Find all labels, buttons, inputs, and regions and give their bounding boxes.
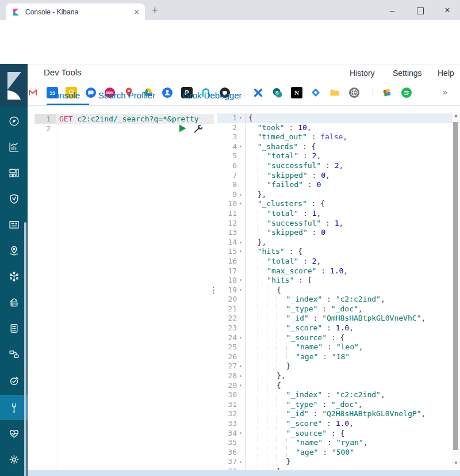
bookmark-x-app-icon[interactable] (252, 87, 264, 98)
menu-history[interactable]: History (350, 68, 375, 78)
response-line: 8"failed" : 0 (217, 180, 452, 190)
fold-toggle-icon[interactable]: ▾ (237, 333, 244, 343)
response-line: 25"name" : "leo", (217, 342, 452, 352)
response-line: 30"_index" : "c2:c2ind", (217, 390, 452, 400)
bookmarks-overflow-icon[interactable]: » (443, 87, 447, 97)
bookmark-spotify-icon[interactable] (401, 87, 412, 98)
fold-toggle-icon[interactable]: ▾ (237, 285, 244, 295)
svg-text:N: N (294, 89, 299, 96)
bookmark-notion-icon[interactable]: N (291, 87, 302, 98)
response-line-code: "skipped" : 0, (246, 171, 452, 181)
sidebar-item-uptime[interactable] (0, 368, 28, 393)
siem-icon (8, 193, 20, 205)
window-maximize-icon[interactable] (417, 7, 424, 14)
response-line-code: "_score" : 1.0, (246, 419, 452, 429)
fold-spacer (237, 161, 244, 171)
sidebar-item-visualize[interactable] (0, 134, 28, 159)
new-tab-icon[interactable]: + (152, 5, 158, 17)
bookmark-photos-icon[interactable] (381, 87, 393, 98)
fold-toggle-icon[interactable]: ▾ (237, 142, 244, 152)
fold-toggle-icon[interactable]: ▾ (237, 113, 244, 123)
fold-toggle-icon[interactable]: ▴ (237, 190, 244, 200)
kibana-favicon-icon (12, 7, 21, 17)
fold-toggle-icon[interactable]: ▾ (237, 429, 244, 439)
response-line-number: 36 (217, 448, 237, 458)
browser-tab[interactable]: Console - Kibana × (6, 3, 145, 20)
response-line: 11"total" : 1, (217, 209, 452, 219)
fold-toggle-icon[interactable]: ▾ (237, 247, 244, 257)
kibana-logo[interactable] (0, 64, 28, 107)
fold-spacer (237, 171, 244, 181)
bookmark-sharepoint-icon[interactable]: S (271, 87, 283, 98)
sidebar-item-siem[interactable] (0, 186, 28, 211)
fold-toggle-icon[interactable]: ▴ (237, 457, 244, 467)
response-line: 2"took" : 10, (217, 123, 452, 133)
response-line-code: "_type" : "_doc", (246, 304, 452, 314)
sidebar-item-management[interactable] (0, 447, 28, 472)
maps-icon (8, 245, 20, 257)
sidebar-item-discover[interactable] (0, 108, 28, 134)
response-line: 1▾{ (217, 113, 452, 123)
response-line-number: 4 (217, 142, 237, 152)
fold-toggle-icon[interactable]: ▾ (237, 199, 244, 209)
fold-toggle-icon[interactable]: ▴ (237, 371, 244, 381)
fold-spacer (237, 180, 244, 190)
response-line-code: "failed" : 0 (246, 180, 452, 190)
response-line-code: "age" : "18" (246, 352, 452, 362)
response-line-number: 31 (217, 400, 237, 410)
response-line-code: "_score" : 1.0, (246, 323, 452, 333)
wrench-icon[interactable] (193, 124, 202, 136)
fold-toggle-icon[interactable]: ▴ (237, 238, 244, 247)
fold-toggle-icon[interactable]: ▾ (237, 381, 244, 391)
response-line-number: 18 (217, 276, 237, 285)
tabs-divider (28, 105, 460, 106)
bookmark-folder-icon[interactable] (329, 87, 340, 98)
console-editor[interactable]: 1GET c2:c2ind/_search?q=*&pretty2 (34, 112, 214, 470)
tab-console[interactable]: Console (48, 90, 80, 100)
scroll-down-icon[interactable]: ▼ (452, 460, 460, 466)
response-line-number: 38 (217, 467, 237, 470)
sidebar-item-monitoring[interactable] (0, 421, 28, 446)
fold-toggle-icon[interactable]: ▾ (237, 276, 244, 285)
fold-toggle-icon[interactable]: ▴ (237, 361, 244, 371)
tab-grok-debugger[interactable]: Grok Debugger (183, 90, 242, 100)
bookmark-globe-icon[interactable] (348, 87, 360, 98)
window-close-icon[interactable]: × (442, 5, 453, 16)
editor-line-code[interactable]: GET c2:c2ind/_search?q=*&pretty (56, 114, 214, 124)
menu-settings[interactable]: Settings (393, 68, 422, 78)
sidebar-item-logs[interactable] (0, 315, 28, 341)
scrollbar-thumb[interactable] (453, 122, 458, 450)
response-line: 23"_score" : 1.0, (217, 323, 452, 333)
scroll-up-icon[interactable]: ▲ (452, 113, 460, 118)
menu-help[interactable]: Help (438, 68, 454, 78)
response-scrollbar[interactable]: ▲ ▼ (452, 112, 460, 470)
sidebar-item-dev-tools[interactable] (0, 395, 28, 420)
sidebar-item-dashboard[interactable] (0, 160, 28, 185)
sidebar-item-maps[interactable] (0, 238, 28, 263)
response-line: 36"age" : "500" (217, 448, 452, 458)
bookmark-gmail-icon[interactable] (27, 87, 39, 98)
fold-spacer (237, 132, 244, 142)
response-line-code: "_id" : "Q2H8sHABtpkGL0VnelgP", (246, 409, 452, 419)
response-line-number: 22 (217, 314, 237, 323)
response-line-number: 5 (217, 151, 237, 161)
tab-search-profiler[interactable]: Search Profiler (98, 90, 155, 100)
sidebar-scrollbar[interactable] (24, 222, 26, 476)
sidebar-item-infrastructure[interactable] (0, 290, 28, 315)
sidebar-item-apm[interactable] (0, 341, 28, 367)
bookmark-jira-icon[interactable] (310, 87, 321, 98)
play-icon[interactable] (178, 124, 187, 136)
tab-close-icon[interactable]: × (134, 7, 139, 16)
pane-resize-handle[interactable]: ⋮ (209, 285, 218, 295)
response-line-code: }, (246, 467, 452, 470)
sidebar-item-machine-learning[interactable] (0, 264, 28, 289)
editor-line[interactable]: 1GET c2:c2ind/_search?q=*&pretty (34, 114, 214, 124)
sidebar-item-canvas[interactable] (0, 212, 28, 237)
canvas-icon (8, 219, 20, 231)
bookmark-messages-icon[interactable] (85, 87, 97, 98)
infrastructure-icon (8, 296, 20, 309)
bookmarks-bar: 26MDNPSN » (0, 40, 460, 64)
bookmark-contacts-icon[interactable] (162, 87, 173, 98)
window-minimize-icon[interactable]: – (386, 5, 398, 15)
response-line: 33"_score" : 1.0, (217, 419, 452, 429)
